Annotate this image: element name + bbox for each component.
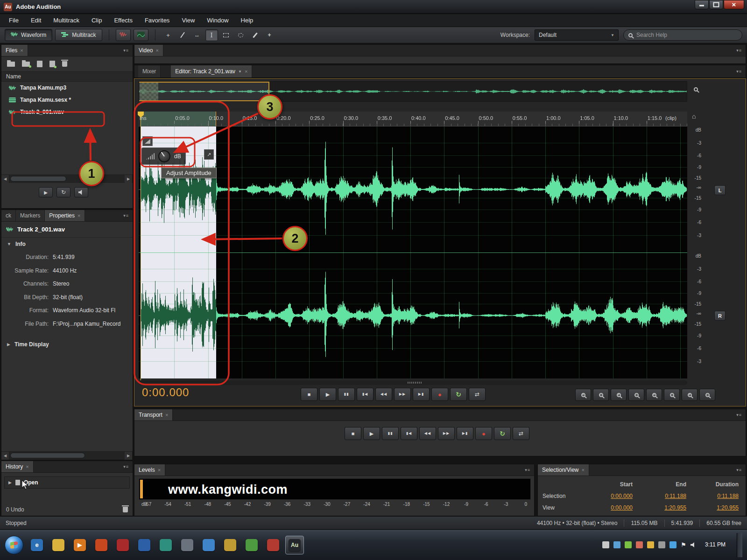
dropdown-arrow-icon[interactable]: ▼ bbox=[238, 70, 242, 74]
menu-favorites[interactable]: Favorites bbox=[139, 14, 176, 27]
menu-window[interactable]: Window bbox=[201, 14, 234, 27]
waveform-hscrollbar[interactable] bbox=[139, 380, 687, 385]
skip-to-end-button[interactable]: ▶▮ bbox=[457, 427, 473, 440]
app-icon[interactable]: Au bbox=[4, 3, 12, 11]
panel-menu-icon[interactable]: ▾≡ bbox=[733, 409, 746, 420]
panel-menu-icon[interactable]: ▾≡ bbox=[120, 45, 133, 56]
menu-effects[interactable]: Effects bbox=[108, 14, 139, 27]
move-tool-icon[interactable]: + bbox=[162, 29, 175, 41]
search-input[interactable] bbox=[636, 32, 737, 38]
workspace-dropdown[interactable]: Default▼ bbox=[535, 29, 619, 41]
selection-view-tab[interactable]: Selection/View× bbox=[538, 464, 589, 476]
skip-to-end-button[interactable]: ▶▮ bbox=[413, 388, 430, 401]
panel-menu-icon[interactable]: ▾≡ bbox=[733, 65, 746, 77]
slip-tool-icon[interactable]: ↔ bbox=[191, 29, 204, 41]
markers-tab[interactable]: Markers bbox=[16, 210, 45, 221]
tray-icon[interactable] bbox=[647, 541, 654, 548]
view-range-box[interactable] bbox=[139, 82, 269, 101]
selview-start-value[interactable]: 0:00.000 bbox=[611, 504, 633, 511]
taskbar-clock[interactable]: 3:11 PM bbox=[701, 541, 730, 548]
zoom-out-time-button[interactable]: − bbox=[628, 389, 644, 401]
expand-hud-icon[interactable]: ↗ bbox=[204, 149, 214, 160]
selview-end-value[interactable]: 1:20.955 bbox=[664, 504, 686, 511]
zoom-in-time-button[interactable]: + bbox=[611, 389, 627, 401]
close-tab-icon[interactable]: × bbox=[20, 48, 23, 53]
scroll-left-icon[interactable]: ◀ bbox=[1, 452, 9, 460]
fade-icon[interactable] bbox=[142, 136, 153, 146]
mixer-tab[interactable]: Mixer bbox=[138, 65, 161, 77]
zoom-to-selection-button[interactable]: + bbox=[646, 389, 662, 401]
taskbar-app-orange[interactable] bbox=[92, 536, 111, 554]
hidden-tab[interactable]: ck bbox=[1, 210, 16, 221]
auto-play-icon[interactable] bbox=[74, 187, 88, 197]
spot-healing-brush-tool-icon[interactable]: + bbox=[263, 29, 276, 41]
levels-meter[interactable]: www.kangwidi.com bbox=[139, 478, 531, 500]
taskbar-app-green[interactable] bbox=[242, 536, 261, 554]
skip-selection-button[interactable]: ⇄ bbox=[469, 388, 486, 401]
marquee-selection-tool-icon[interactable] bbox=[220, 29, 233, 41]
minimize-button[interactable] bbox=[695, 0, 709, 9]
file-row[interactable]: Tanpa Kamu.mp3 bbox=[1, 82, 133, 94]
stop-button[interactable]: ■ bbox=[301, 388, 317, 401]
panel-menu-icon[interactable]: ▾≡ bbox=[733, 464, 746, 476]
zoom-in-amplitude-button[interactable]: + bbox=[575, 389, 591, 401]
transport-tab[interactable]: Transport× bbox=[134, 409, 173, 420]
selview-duration-value[interactable]: 1:20.955 bbox=[717, 504, 739, 511]
editor-tab[interactable]: Editor: Track 2_001.wav▼× bbox=[171, 65, 252, 77]
rewind-button[interactable]: ◀◀ bbox=[375, 388, 392, 401]
menu-view[interactable]: View bbox=[176, 14, 201, 27]
menu-clip[interactable]: Clip bbox=[85, 14, 108, 27]
taskbar-app-red[interactable] bbox=[113, 536, 132, 554]
rewind-button[interactable]: ◀◀ bbox=[419, 427, 436, 440]
left-channel-button[interactable]: L bbox=[714, 185, 726, 195]
tray-icon[interactable] bbox=[658, 541, 665, 548]
close-button[interactable] bbox=[724, 0, 744, 9]
tray-icon[interactable] bbox=[625, 541, 632, 548]
video-tab[interactable]: Video× bbox=[134, 45, 163, 56]
selview-duration-value[interactable]: 0:11.188 bbox=[717, 493, 739, 499]
fast-forward-button[interactable]: ▶▶ bbox=[394, 388, 411, 401]
waveform-display[interactable] bbox=[139, 126, 687, 378]
close-tab-icon[interactable]: × bbox=[155, 48, 158, 53]
start-button[interactable] bbox=[5, 536, 23, 554]
skip-selection-button[interactable]: ⇄ bbox=[513, 427, 529, 440]
panel-menu-icon[interactable]: ▾≡ bbox=[521, 464, 534, 476]
files-name-header[interactable]: Name bbox=[1, 72, 133, 82]
record-button[interactable]: ● bbox=[431, 388, 448, 401]
help-search-box[interactable] bbox=[623, 29, 742, 41]
menu-edit[interactable]: Edit bbox=[25, 14, 47, 27]
tray-icon[interactable] bbox=[613, 541, 620, 548]
play-button[interactable]: ▶ bbox=[363, 427, 380, 440]
taskbar-internet-explorer[interactable]: e bbox=[28, 536, 46, 554]
zoom-in-horizontal-button[interactable]: − bbox=[664, 389, 680, 401]
open-file-icon[interactable] bbox=[7, 62, 15, 67]
play-button[interactable]: ▶ bbox=[319, 388, 336, 401]
waveform-display-button[interactable] bbox=[116, 29, 131, 41]
insert-into-multitrack-icon[interactable] bbox=[49, 61, 55, 67]
close-tab-icon[interactable]: × bbox=[245, 69, 247, 74]
waveform-view-button[interactable]: Waveform bbox=[5, 29, 52, 41]
taskbar-app-blue[interactable] bbox=[135, 536, 154, 554]
scroll-left-icon[interactable]: ◀ bbox=[1, 175, 9, 183]
spectral-display-button[interactable] bbox=[134, 29, 148, 41]
file-row[interactable]: Tanpa Kamu.sesx * bbox=[1, 94, 133, 106]
pause-button[interactable]: ▮▮ bbox=[382, 427, 399, 440]
volume-icon[interactable] bbox=[691, 542, 697, 547]
selview-start-value[interactable]: 0:00.000 bbox=[611, 493, 633, 499]
tray-icon[interactable] bbox=[669, 541, 677, 548]
skip-to-start-button[interactable]: ▮◀ bbox=[357, 388, 374, 401]
taskbar-app-teal[interactable] bbox=[156, 536, 175, 554]
play-preview-icon[interactable]: ▶ bbox=[39, 187, 53, 197]
taskbar-explorer[interactable] bbox=[49, 536, 68, 554]
taskbar-app-gray[interactable] bbox=[178, 536, 197, 554]
close-tab-icon[interactable]: × bbox=[158, 467, 161, 473]
scroll-right-icon[interactable]: ▶ bbox=[125, 175, 133, 183]
close-tab-icon[interactable]: × bbox=[165, 412, 168, 418]
zoom-out-amplitude-button[interactable]: − bbox=[593, 389, 609, 401]
amplitude-knob[interactable] bbox=[158, 150, 170, 162]
record-button[interactable]: ● bbox=[475, 427, 492, 440]
tray-icon[interactable] bbox=[636, 541, 643, 548]
pause-button[interactable]: ▮▮ bbox=[338, 388, 355, 401]
multitrack-view-button[interactable]: Multitrack bbox=[55, 29, 102, 41]
panel-menu-icon[interactable]: ▾≡ bbox=[120, 210, 133, 221]
